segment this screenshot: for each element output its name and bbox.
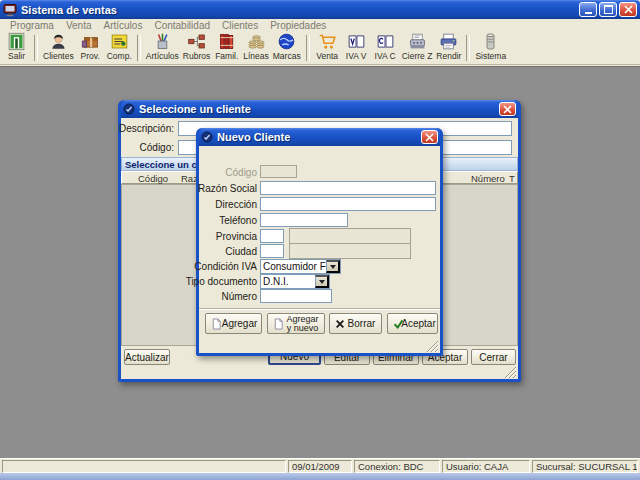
brands-globe-icon xyxy=(277,32,296,51)
nc-razon-social-input[interactable] xyxy=(260,181,436,195)
toolbar-sistema-button[interactable]: Sistema xyxy=(473,32,508,64)
status-panel-user: Usuario: CAJA xyxy=(442,460,530,473)
main-window: Sistema de ventas Programa Venta Artícul… xyxy=(0,0,640,480)
select-client-titlebar[interactable]: Seleccione un cliente xyxy=(121,100,518,118)
select-client-title: Seleccione un cliente xyxy=(139,103,251,115)
window-controls xyxy=(579,2,637,17)
maximize-icon xyxy=(604,5,613,14)
toolbar-salir-button[interactable]: Salir xyxy=(2,32,31,64)
window-bottom-border xyxy=(0,473,640,480)
lines-coins-icon xyxy=(247,32,266,51)
nc-direccion-input[interactable] xyxy=(260,197,436,211)
toolbar-rendir-button[interactable]: Rendir xyxy=(434,32,463,64)
dialog-icon xyxy=(201,131,213,143)
toolbar-separator xyxy=(306,35,310,61)
menu-item-programa[interactable]: Programa xyxy=(4,20,60,31)
toolbar-articulos-button[interactable]: Artículos xyxy=(144,32,181,64)
toolbar-iva-ventas-button[interactable]: IVA V xyxy=(342,32,371,64)
status-bar: 09/01/2009 Conexion: BDC Usuario: CAJA S… xyxy=(0,458,640,473)
new-client-titlebar[interactable]: Nuevo Cliente xyxy=(199,128,440,146)
families-books-icon xyxy=(217,32,236,51)
grid-column-t[interactable]: T xyxy=(509,173,515,184)
toolbar-clientes-button[interactable]: Clientes xyxy=(41,32,76,64)
maximize-button[interactable] xyxy=(599,2,617,17)
print-report-icon xyxy=(439,32,458,51)
menu-item-contabilidad[interactable]: Contabilidad xyxy=(148,20,216,31)
actualizar-button[interactable]: Actualizar xyxy=(124,349,170,365)
dialog-icon xyxy=(123,103,135,115)
menu-item-venta[interactable]: Venta xyxy=(60,20,98,31)
z-close-register-icon xyxy=(408,32,427,51)
descripcion-label: Descripción: xyxy=(119,123,174,134)
status-panel-branch: Sucursal: SUCURSAL 1 xyxy=(532,460,638,473)
iva-purchases-book-icon xyxy=(376,32,395,51)
nc-ciudad-label: Ciudad xyxy=(225,246,257,257)
new-document-icon xyxy=(211,318,222,330)
resize-grip[interactable] xyxy=(504,365,517,378)
borrar-button[interactable]: Borrar xyxy=(329,313,382,334)
menu-item-propiedades[interactable]: Propiedades xyxy=(264,20,332,31)
menu-bar: Programa Venta Artículos Contabilidad Cl… xyxy=(0,19,640,32)
close-icon xyxy=(503,105,512,114)
nc-ciudad-name-field xyxy=(289,243,411,259)
minimize-button[interactable] xyxy=(579,2,597,17)
toolbar-separator xyxy=(137,35,141,61)
nc-provincia-label: Provincia xyxy=(216,231,257,242)
toolbar-cierre-z-button[interactable]: Cierre Z xyxy=(400,32,435,64)
nc-provincia-code-input[interactable] xyxy=(260,229,284,243)
nc-condicion-iva-dropdown-button[interactable] xyxy=(326,260,340,273)
window-title: Sistema de ventas xyxy=(21,4,117,16)
nc-tipo-documento-dropdown-button[interactable] xyxy=(315,275,329,288)
menu-item-articulos[interactable]: Artículos xyxy=(98,20,149,31)
nc-condicion-iva-combo[interactable]: Consumidor Final xyxy=(260,259,341,274)
status-panel-connection: Conexion: BDC xyxy=(354,460,440,473)
toolbar-familias-button[interactable]: Famil. xyxy=(212,32,241,64)
agregar-y-nuevo-button[interactable]: Agregar y nuevo xyxy=(267,313,325,334)
articles-brushes-icon xyxy=(153,32,172,51)
borrar-label: Borrar xyxy=(348,318,376,329)
nc-ciudad-code-input[interactable] xyxy=(260,244,284,258)
toolbar-compras-button[interactable]: Comp. xyxy=(105,32,134,64)
toolbar-marcas-button[interactable]: Marcas xyxy=(271,32,303,64)
delete-x-icon xyxy=(335,319,345,329)
nc-tipo-documento-label: Tipo documento xyxy=(186,276,257,287)
exit-door-icon xyxy=(7,32,26,51)
select-client-close-button[interactable] xyxy=(499,102,516,116)
grid-column-numero[interactable]: Número xyxy=(471,173,505,184)
main-titlebar[interactable]: Sistema de ventas xyxy=(0,0,640,19)
resize-grip[interactable] xyxy=(426,339,439,352)
minimize-icon xyxy=(585,12,592,14)
toolbar-lineas-button[interactable]: Líneas xyxy=(241,32,271,64)
iva-sales-book-icon xyxy=(347,32,366,51)
nc-aceptar-label: Aceptar xyxy=(401,318,435,329)
menu-item-clientes[interactable]: Clientes xyxy=(216,20,264,31)
toolbar-iva-compras-button[interactable]: IVA C xyxy=(371,32,400,64)
button-panel-divider xyxy=(199,308,440,309)
new-client-dialog: Nuevo Cliente Código Razón Social Direcc… xyxy=(196,128,443,356)
close-button[interactable] xyxy=(619,2,637,17)
toolbar-proveedores-button[interactable]: Prov. xyxy=(76,32,105,64)
nc-numero-input[interactable] xyxy=(260,289,332,303)
nc-telefono-input[interactable] xyxy=(260,213,348,227)
nc-aceptar-button[interactable]: Aceptar xyxy=(387,313,438,334)
nc-provincia-name-field xyxy=(289,228,411,244)
purchases-form-icon xyxy=(110,32,129,51)
codigo-label: Código: xyxy=(140,142,174,153)
toolbar-separator xyxy=(466,35,470,61)
grid-column-codigo[interactable]: Código xyxy=(138,173,164,184)
toolbar-venta-button[interactable]: Venta xyxy=(313,32,342,64)
toolbar-separator xyxy=(34,35,38,61)
agregar-button[interactable]: Agregar xyxy=(205,313,262,334)
new-client-title: Nuevo Cliente xyxy=(217,131,290,143)
nc-tipo-documento-combo[interactable]: D.N.I. xyxy=(260,274,330,289)
categories-blocks-icon xyxy=(187,32,206,51)
new-client-close-button[interactable] xyxy=(421,130,438,144)
cerrar-button[interactable]: Cerrar xyxy=(471,349,516,365)
new-document-icon xyxy=(273,318,284,330)
app-icon xyxy=(3,3,17,17)
agregar-label: Agregar xyxy=(222,318,258,329)
nc-codigo-input xyxy=(260,165,297,178)
nc-razon-social-label: Razón Social xyxy=(198,183,257,194)
chevron-down-icon xyxy=(330,265,336,269)
toolbar-rubros-button[interactable]: Rubros xyxy=(181,32,212,64)
